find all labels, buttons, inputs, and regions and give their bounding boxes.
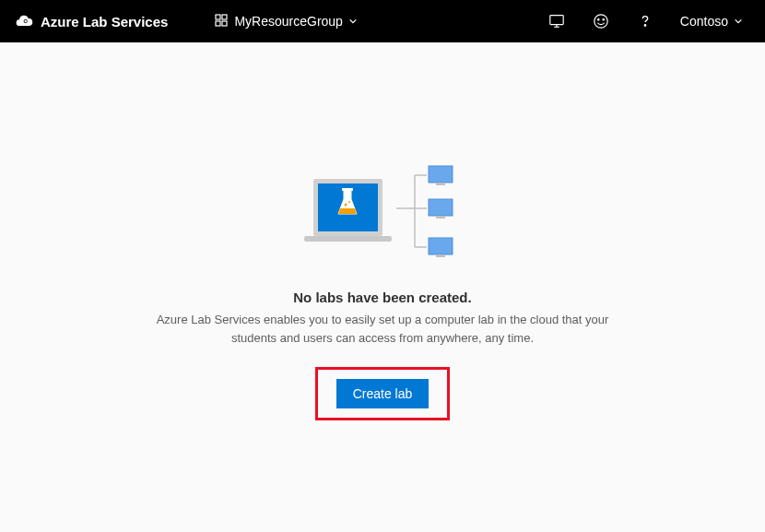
svg-rect-16 (342, 188, 353, 191)
svg-point-1 (24, 20, 27, 23)
header-bar: Azure Lab Services MyResourceGroup (0, 0, 765, 42)
account-name: Contoso (680, 14, 728, 29)
svg-point-18 (348, 201, 350, 203)
app-title: Azure Lab Services (41, 14, 168, 30)
resource-group-dropdown[interactable]: MyResourceGroup (214, 13, 358, 30)
svg-point-10 (597, 18, 598, 19)
cloud-lab-icon (15, 12, 33, 30)
svg-rect-27 (436, 216, 445, 219)
create-lab-button[interactable]: Create lab (336, 379, 430, 408)
resource-group-icon (214, 13, 229, 30)
main-content: No labs have been created. Azure Lab Ser… (0, 42, 765, 420)
svg-rect-4 (216, 21, 220, 26)
empty-state-title: No labs have been created. (293, 290, 471, 305)
header-right: Contoso (547, 12, 750, 30)
empty-state-description: Azure Lab Services enables you to easily… (134, 311, 631, 347)
svg-rect-29 (436, 254, 445, 257)
question-icon[interactable] (636, 12, 654, 30)
svg-rect-26 (429, 199, 453, 216)
svg-rect-6 (550, 16, 563, 25)
svg-point-9 (594, 15, 607, 28)
svg-rect-24 (429, 166, 453, 183)
empty-state-illustration (300, 162, 465, 264)
svg-point-11 (603, 18, 604, 19)
chevron-down-icon (734, 14, 743, 29)
account-dropdown[interactable]: Contoso (680, 14, 750, 29)
svg-rect-3 (222, 15, 227, 19)
svg-point-12 (644, 25, 645, 26)
svg-rect-5 (222, 21, 227, 26)
svg-rect-2 (216, 15, 220, 19)
chevron-down-icon (348, 14, 358, 29)
svg-rect-13 (304, 236, 392, 242)
svg-rect-28 (429, 238, 453, 254)
header-left: Azure Lab Services (15, 12, 168, 30)
svg-rect-25 (436, 183, 445, 185)
resource-group-name: MyResourceGroup (234, 14, 343, 29)
smiley-icon[interactable] (592, 12, 610, 30)
monitor-icon[interactable] (547, 12, 566, 30)
highlight-box: Create lab (315, 367, 451, 420)
svg-point-17 (345, 204, 347, 207)
